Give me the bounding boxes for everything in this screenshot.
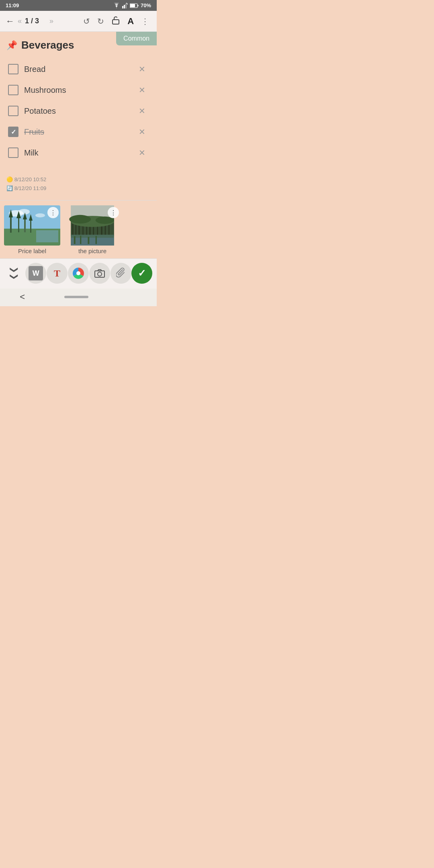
svg-rect-2 (125, 4, 127, 8)
item-label-milk: Milk (24, 148, 135, 158)
gallery-label-1: Price label (18, 248, 46, 254)
svg-rect-1 (124, 5, 125, 8)
camera-icon (94, 269, 105, 278)
svg-point-10 (18, 209, 30, 215)
bottom-toolbar: ❯❯ W T ✓ (0, 258, 157, 289)
svg-point-45 (76, 271, 80, 275)
checklist: Bread ✕ Mushrooms ✕ Potatoes ✕ Fruits ✕ … (6, 59, 150, 163)
pin-icon[interactable]: 📌 (6, 40, 17, 51)
checkbox-mushrooms[interactable] (8, 85, 18, 95)
created-time: 8/12/20 10:52 (14, 176, 47, 182)
svg-point-47 (98, 272, 102, 276)
svg-point-11 (35, 213, 45, 217)
svg-rect-42 (88, 237, 89, 244)
status-bar: 11:09 70% (0, 0, 157, 11)
svg-rect-7 (113, 20, 119, 24)
back-button[interactable]: ← (6, 16, 14, 27)
checklist-item: Fruits ✕ (6, 121, 150, 142)
first-page-button[interactable]: « (18, 17, 22, 25)
redo-button[interactable]: ↻ (95, 16, 106, 27)
paperclip-icon (116, 268, 126, 279)
checkbox-bread[interactable] (8, 64, 18, 74)
confirm-button[interactable]: ✓ (131, 263, 152, 284)
checklist-item: Milk ✕ (6, 142, 150, 163)
battery-icon (130, 3, 139, 8)
delete-fruits-button[interactable]: ✕ (135, 125, 149, 138)
note-title: Beverages (21, 39, 74, 51)
gallery-menu-2[interactable]: ⋮ (108, 207, 119, 218)
modified-icon: 🔄 (6, 185, 13, 191)
signal-icon (122, 3, 128, 8)
gallery-item-1: ⋮ Price label (4, 205, 60, 254)
status-time: 11:09 (6, 2, 19, 8)
svg-rect-39 (71, 238, 114, 246)
item-label-mushrooms: Mushrooms (24, 86, 135, 95)
svg-rect-0 (122, 6, 123, 8)
camera-button[interactable] (89, 263, 110, 284)
attachment-button[interactable] (111, 263, 131, 284)
gallery-label-2: the picture (78, 248, 106, 254)
checklist-item: Potatoes ✕ (6, 100, 150, 121)
delete-bread-button[interactable]: ✕ (135, 63, 149, 76)
font-title-icon: T (54, 268, 60, 279)
gallery-thumb-2[interactable]: ⋮ (64, 205, 121, 246)
gallery-item-2: ⋮ the picture (64, 205, 121, 254)
last-page-button[interactable]: » (49, 17, 53, 25)
item-label-potatoes: Potatoes (24, 106, 135, 116)
timestamps: 🟡 8/12/20 10:52 🔄 8/12/20 11:09 (6, 171, 150, 196)
item-label-fruits: Fruits (24, 127, 135, 137)
svg-point-36 (69, 215, 91, 224)
color-wheel-icon (72, 267, 85, 280)
delete-mushrooms-button[interactable]: ✕ (135, 84, 149, 96)
common-badge[interactable]: Common (116, 32, 157, 45)
item-label-bread: Bread (24, 65, 135, 74)
checkbox-milk[interactable] (8, 147, 18, 158)
checkbox-potatoes[interactable] (8, 106, 18, 116)
confirm-icon: ✓ (138, 268, 146, 279)
checklist-item: Mushrooms ✕ (6, 80, 150, 100)
nav-pill[interactable] (64, 296, 88, 298)
svg-rect-40 (74, 236, 76, 244)
word-button[interactable]: W (25, 263, 46, 284)
created-timestamp: 🟡 8/12/20 10:52 (6, 175, 150, 184)
created-icon: 🟡 (6, 176, 13, 182)
svg-rect-5 (130, 4, 135, 7)
lock-button[interactable] (109, 15, 122, 27)
svg-rect-6 (137, 5, 138, 6)
modified-timestamp: 🔄 8/12/20 11:09 (6, 184, 150, 193)
checklist-item: Bread ✕ (6, 59, 150, 80)
gallery-section: ⋮ Price label (0, 200, 157, 258)
color-wheel-button[interactable] (68, 263, 89, 284)
status-right-icons: 70% (113, 2, 151, 8)
collapse-button[interactable]: ❯❯ (4, 263, 25, 284)
wifi-icon (113, 3, 120, 8)
gallery-thumb-1[interactable]: ⋮ (4, 205, 60, 246)
svg-rect-41 (80, 236, 81, 244)
delete-potatoes-button[interactable]: ✕ (135, 104, 149, 117)
word-icon: W (29, 266, 43, 280)
gallery-menu-1[interactable]: ⋮ (47, 207, 59, 218)
modified-time: 8/12/20 11:09 (14, 185, 47, 191)
undo-button[interactable]: ↺ (81, 16, 92, 27)
delete-milk-button[interactable]: ✕ (135, 146, 149, 159)
checkbox-fruits[interactable] (8, 127, 18, 137)
note-content: Common 📌 Beverages Bread ✕ Mushrooms ✕ P… (0, 32, 157, 200)
main-toolbar: ← « 1 / 3 » ↺ ↻ A ⋮ (0, 11, 157, 32)
nav-bar: < (0, 289, 157, 306)
more-options-button[interactable]: ⋮ (139, 16, 151, 27)
page-indicator: 1 / 3 (25, 17, 46, 25)
svg-rect-21 (36, 230, 58, 242)
svg-rect-43 (96, 236, 97, 244)
battery-percent: 70% (141, 2, 151, 8)
font-title-button[interactable]: T (47, 263, 68, 284)
font-button[interactable]: A (125, 15, 136, 27)
nav-back-button[interactable]: < (20, 292, 25, 302)
